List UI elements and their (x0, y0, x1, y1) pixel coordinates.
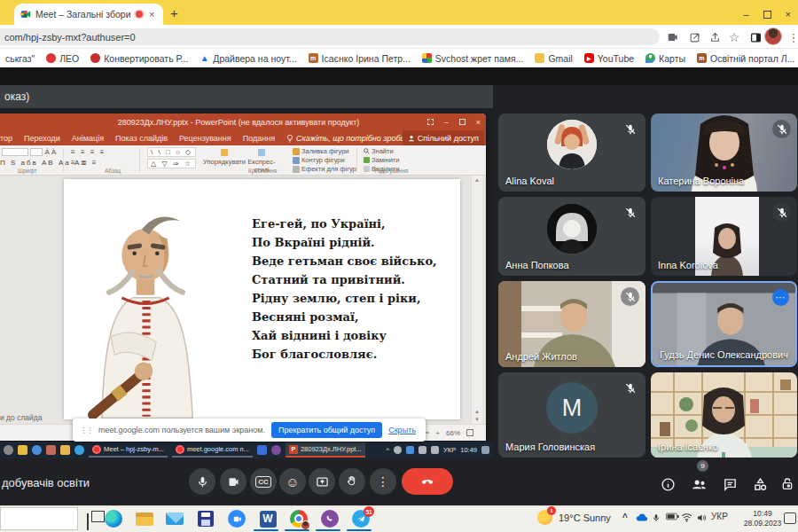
weather-icon[interactable]: 1 (537, 510, 552, 525)
fit-slide-icon[interactable] (466, 429, 473, 436)
font-format-buttons[interactable]: П S абв АВ Аа А (0, 159, 81, 167)
bookmark-item[interactable]: mІсаєнко Ірина Петр... (309, 53, 411, 64)
weather-text[interactable]: 19°C Sunny (559, 512, 611, 523)
replace-button[interactable]: Замінити (364, 156, 399, 164)
find-button[interactable]: Знайти (364, 147, 394, 155)
presenter-start-icon[interactable] (4, 445, 13, 455)
participant-tile[interactable]: Ірина Ісаєнко (651, 372, 797, 458)
tray-volume-icon[interactable] (431, 446, 439, 454)
viber-icon[interactable] (320, 509, 340, 528)
language-indicator[interactable]: УКР (711, 512, 728, 521)
hide-banner-link[interactable]: Скрыть (388, 426, 416, 434)
bookmark-item[interactable]: Карты (645, 53, 685, 64)
close-icon[interactable]: × (786, 9, 791, 20)
meeting-info-icon[interactable] (658, 474, 677, 494)
tab-animation[interactable]: Анімація (72, 132, 104, 145)
mic-button[interactable] (189, 468, 215, 495)
presenter-window-meet2[interactable]: meet.google.com п... (172, 442, 253, 458)
presenter-window-powerpoint[interactable]: P280923Дх.ЛНУ.ppt... (286, 442, 365, 458)
bookmark-item[interactable]: Gmail (535, 53, 572, 64)
slide-scrollbar[interactable]: ▲ ▲ ▼ (471, 176, 482, 424)
captions-button[interactable]: CC (250, 468, 277, 495)
tray-notification-icon[interactable] (481, 446, 489, 454)
bookmark-item[interactable]: mОсвітній портал Л... (697, 53, 794, 64)
bookmark-item[interactable]: Svchost жрет памя... (422, 53, 524, 64)
raise-hand-button[interactable] (339, 468, 365, 495)
side-panel-icon[interactable] (747, 29, 763, 45)
next-slide-icon[interactable]: ▼ (474, 417, 480, 422)
camera-button[interactable] (220, 468, 246, 495)
tab-review[interactable]: Рецензування (179, 132, 231, 145)
telegram-icon[interactable]: 51 (351, 509, 371, 528)
presenter-telegram-icon[interactable] (74, 445, 84, 455)
reactions-button[interactable]: ☺ (279, 468, 306, 495)
tab-transitions[interactable]: Переходи (24, 132, 60, 145)
tab-view[interactable]: Подання (243, 132, 275, 145)
battery-icon[interactable] (666, 512, 679, 520)
shape-fill-button[interactable]: Заливка фігури (293, 147, 349, 155)
minimize-icon[interactable]: – (743, 9, 748, 20)
notification-center-icon[interactable] (784, 512, 796, 524)
bookmark-star-icon[interactable]: ☆ (726, 29, 742, 45)
profile-avatar[interactable] (764, 27, 782, 45)
list-buttons[interactable]: ≡ ≡ ≡ ≡ (71, 148, 106, 156)
presenter-docs-icon[interactable] (257, 445, 267, 455)
activities-icon[interactable] (750, 474, 770, 494)
restore-icon[interactable] (763, 11, 771, 19)
zoom-icon[interactable] (227, 509, 246, 528)
presenter-window-meet[interactable]: Meet – hpj-zsby-m... (89, 442, 168, 458)
participant-tile[interactable]: M Мария Головинская (498, 372, 645, 458)
tab-slideshow[interactable]: Показ слайдів (115, 132, 168, 145)
participant-tile[interactable]: Андрей Житлов (498, 281, 645, 367)
ppt-close-icon[interactable]: × (476, 118, 481, 127)
presenter-folder-icon[interactable] (60, 445, 70, 455)
share-button[interactable]: Спільний доступ (403, 130, 484, 145)
wifi-icon[interactable] (681, 512, 692, 522)
taskbar-search-box[interactable] (0, 507, 78, 530)
chat-icon[interactable] (720, 474, 739, 494)
scroll-up-icon[interactable]: ▲ (474, 177, 480, 183)
word-icon[interactable]: W (258, 509, 278, 528)
share-icon[interactable] (707, 29, 723, 45)
participant-tile-active-speaker[interactable]: ⋯ Гудзь Денис Олександрович (651, 281, 797, 367)
shape-effects-button[interactable]: Ефекти для фігур (293, 165, 356, 173)
task-view-icon[interactable] (87, 514, 89, 530)
ppt-minimize-icon[interactable]: – (444, 118, 449, 127)
participant-tile[interactable]: Alina Koval (498, 113, 645, 192)
bookmark-item[interactable]: ▶YouTube (584, 53, 634, 64)
tile-options-icon[interactable]: ⋯ (772, 289, 789, 306)
tray-caret-icon[interactable]: ^ (387, 446, 390, 454)
prev-slide-icon[interactable]: ▲ (474, 409, 480, 414)
arrange-button[interactable]: Упорядкувати (209, 149, 239, 166)
presenter-viber-icon[interactable] (271, 445, 281, 455)
presenter-clock[interactable]: 10:49 (460, 446, 477, 454)
presenter-shield-icon[interactable] (32, 445, 42, 455)
ribbon-options-icon[interactable] (427, 119, 434, 125)
edge-icon[interactable] (104, 509, 123, 528)
end-call-button[interactable] (402, 468, 453, 495)
tab-constructor[interactable]: тор (0, 132, 12, 145)
zoom-in-button[interactable]: + (435, 429, 440, 437)
participant-tile[interactable]: Inna Korolova (651, 197, 797, 276)
font-name-box[interactable]: А́ А̀ (2, 148, 56, 156)
address-bar[interactable]: com/hpj-zsby-mxt?authuser=0 (0, 28, 660, 45)
host-controls-icon[interactable] (778, 474, 797, 494)
participant-tile[interactable]: Анна Попкова (498, 197, 645, 276)
bookmark-item[interactable]: ▲Драйвера на ноут... (200, 53, 296, 64)
chrome-icon[interactable] (289, 509, 309, 528)
bookmark-item[interactable]: ськгаз" (5, 53, 35, 64)
zoom-level[interactable]: 66% (446, 429, 460, 437)
tray-mic-icon[interactable] (394, 446, 402, 454)
mail-icon[interactable] (165, 509, 184, 528)
shapes-gallery-row1[interactable]: \ \ □ ○ ◇ (147, 147, 196, 157)
shape-outline-button[interactable]: Контур фігури (293, 156, 345, 164)
bookmark-item[interactable]: ЛЕО (46, 53, 79, 64)
tab-capture-icon[interactable] (665, 29, 681, 45)
presenter-photos-icon[interactable] (46, 445, 56, 455)
tray-wifi-icon[interactable] (419, 446, 426, 454)
onedrive-icon[interactable] (635, 512, 649, 522)
browser-menu-icon[interactable]: ⋮ (786, 29, 798, 45)
volume-icon[interactable] (696, 512, 707, 523)
browser-tab[interactable]: Meet – Загальні збори здо × (14, 4, 163, 25)
ppt-restore-icon[interactable] (459, 119, 466, 125)
